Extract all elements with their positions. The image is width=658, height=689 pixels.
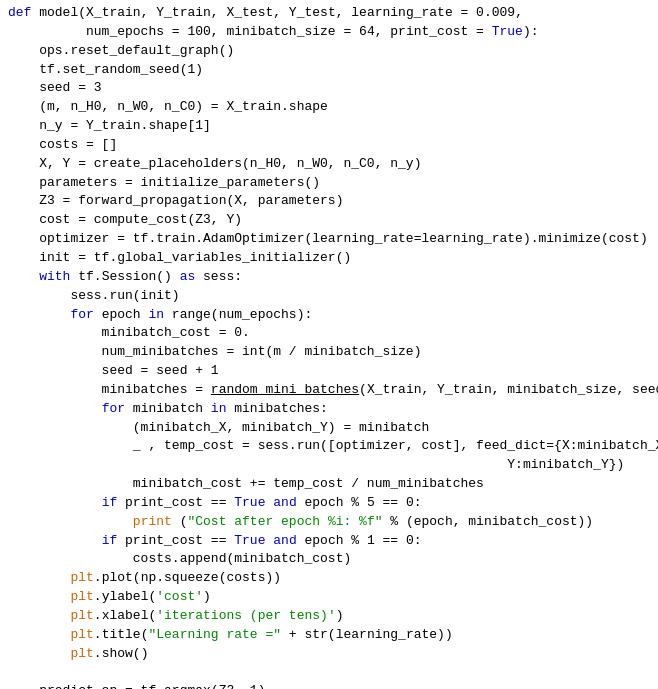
code-line: cost = compute_cost(Z3, Y) [8, 211, 650, 230]
code-line: X, Y = create_placeholders(n_H0, n_W0, n… [8, 155, 650, 174]
code-line: plt.xlabel('iterations (per tens)') [8, 607, 650, 626]
code-line: optimizer = tf.train.AdamOptimizer(learn… [8, 230, 650, 249]
code-line: n_y = Y_train.shape[1] [8, 117, 650, 136]
code-line: _ , temp_cost = sess.run([optimizer, cos… [8, 437, 650, 456]
code-line: for epoch in range(num_epochs): [8, 306, 650, 325]
code-lines: def model(X_train, Y_train, X_test, Y_te… [8, 4, 650, 689]
code-line: costs = [] [8, 136, 650, 155]
code-line: num_minibatches = int(m / minibatch_size… [8, 343, 650, 362]
code-line: ops.reset_default_graph() [8, 42, 650, 61]
code-line: plt.title("Learning rate =" + str(learni… [8, 626, 650, 645]
code-line: seed = seed + 1 [8, 362, 650, 381]
code-line: with tf.Session() as sess: [8, 268, 650, 287]
code-line: plt.plot(np.squeeze(costs)) [8, 569, 650, 588]
code-line: (m, n_H0, n_W0, n_C0) = X_train.shape [8, 98, 650, 117]
code-line: costs.append(minibatch_cost) [8, 550, 650, 569]
code-line: Y:minibatch_Y}) [8, 456, 650, 475]
code-line: (minibatch_X, minibatch_Y) = minibatch [8, 419, 650, 438]
code-line: num_epochs = 100, minibatch_size = 64, p… [8, 23, 650, 42]
code-line: seed = 3 [8, 79, 650, 98]
code-line: parameters = initialize_parameters() [8, 174, 650, 193]
code-line: print ("Cost after epoch %i: %f" % (epoc… [8, 513, 650, 532]
code-line: if print_cost == True and epoch % 5 == 0… [8, 494, 650, 513]
code-line: def model(X_train, Y_train, X_test, Y_te… [8, 4, 650, 23]
code-line: plt.show() [8, 645, 650, 664]
code-line: sess.run(init) [8, 287, 650, 306]
code-line: minibatch_cost += temp_cost / num_miniba… [8, 475, 650, 494]
code-line: predict_op = tf.argmax(Z3, 1) [8, 682, 650, 689]
code-line: for minibatch in minibatches: [8, 400, 650, 419]
code-line: tf.set_random_seed(1) [8, 61, 650, 80]
code-editor: def model(X_train, Y_train, X_test, Y_te… [0, 0, 658, 689]
code-line [8, 664, 650, 683]
code-line: Z3 = forward_propagation(X, parameters) [8, 192, 650, 211]
code-line: minibatch_cost = 0. [8, 324, 650, 343]
code-line: plt.ylabel('cost') [8, 588, 650, 607]
code-line: if print_cost == True and epoch % 1 == 0… [8, 532, 650, 551]
code-line: minibatches = random_mini_batches(X_trai… [8, 381, 650, 400]
code-line: init = tf.global_variables_initializer() [8, 249, 650, 268]
